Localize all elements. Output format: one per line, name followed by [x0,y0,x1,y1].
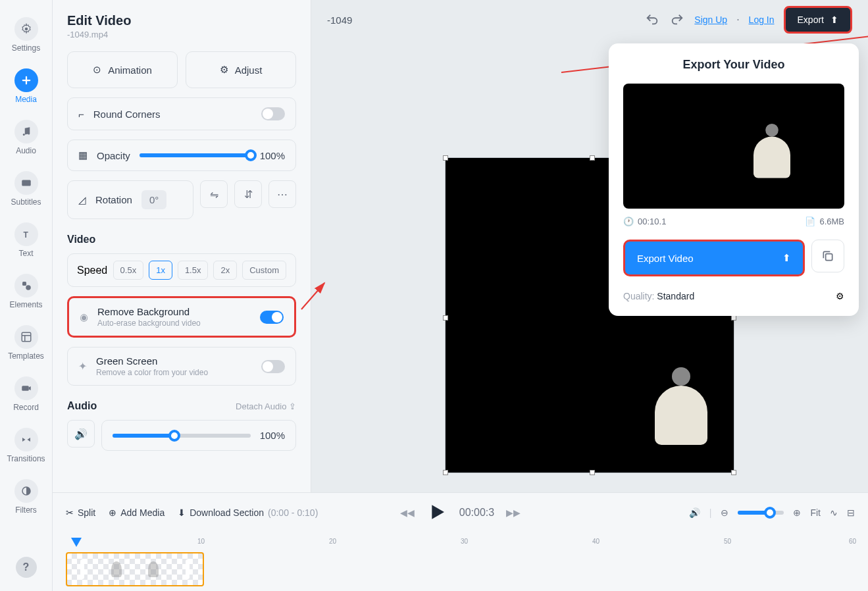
sidebar-item-settings[interactable]: Settings [0,12,52,58]
speed-custom[interactable]: Custom [242,261,286,280]
remove-background-card: ◉ Remove Background Auto-erase backgroun… [67,296,296,338]
undo-button[interactable] [644,12,660,28]
detach-audio-link[interactable]: Detach Audio ⇪ [236,401,296,411]
plus-circle-icon: ⊕ [109,507,116,518]
export-video-button[interactable]: Export Video ⬆ [623,240,805,276]
upload-icon: ⬆ [782,252,791,264]
waveform-icon[interactable]: ∿ [830,507,838,518]
settings-icon[interactable]: ⚙ [836,291,844,301]
left-sidebar: Settings Media Audio Subtitles T Text El… [0,0,53,591]
svg-point-2 [28,133,30,135]
help-button[interactable]: ? [16,557,37,578]
add-media-button[interactable]: ⊕Add Media [109,507,165,518]
speed-label: Speed [77,265,107,276]
upload-icon: ⬆ [830,14,838,25]
svg-text:T: T [23,230,28,240]
export-preview [623,84,844,209]
sidebar-label: Text [18,249,33,258]
clip-handle-right[interactable] [186,559,190,579]
sidebar-item-record[interactable]: Record [0,371,52,417]
zoom-slider[interactable] [738,511,784,515]
sidebar-item-audio[interactable]: Audio [0,115,52,161]
speed-1-5x[interactable]: 1.5x [178,261,209,280]
svg-point-1 [22,134,24,136]
rotation-value[interactable]: 0° [141,190,166,209]
sidebar-item-templates[interactable]: Templates [0,320,52,366]
round-corners-label: Round Corners [93,109,161,120]
mute-button[interactable]: 🔊 [67,420,95,448]
speed-1x[interactable]: 1x [149,261,172,280]
volume-control: 100% [101,420,296,451]
opacity-label: Opacity [97,150,130,161]
more-button[interactable]: ⋯ [268,180,296,208]
sidebar-item-transitions[interactable]: Transitions [0,423,52,469]
sidebar-item-elements[interactable]: Elements [0,269,52,315]
collapse-icon[interactable]: ⊟ [847,507,855,518]
green-screen-toggle[interactable] [261,360,285,373]
speed-2x[interactable]: 2x [213,261,237,280]
fit-button[interactable]: Fit [810,507,821,518]
sidebar-label: Filters [15,505,37,515]
wand-icon: ✦ [78,360,87,373]
speed-control: Speed 0.5x 1x 1.5x 2x Custom [67,253,296,287]
opacity-control: ▦ Opacity 100% [67,140,296,171]
animation-icon: ⊙ [93,64,101,76]
green-screen-title: Green Screen [96,355,208,367]
camera-icon [14,376,38,400]
export-button[interactable]: Export ⬆ [784,6,852,34]
svg-rect-7 [22,332,31,342]
time-display: 00:00:3 [459,507,494,519]
skip-back-button[interactable]: ◀◀ [400,507,415,518]
play-button[interactable] [426,501,447,525]
sidebar-label: Settings [12,43,40,53]
angle-icon: ◿ [78,194,86,206]
project-name[interactable]: -1049 [327,14,352,26]
timeline-panel: ✂Split ⊕Add Media ⬇Download Section (0:0… [53,492,868,591]
volume-slider[interactable] [113,434,251,438]
flip-horizontal-button[interactable]: ⇋ [200,180,228,208]
subtitles-icon [14,171,38,195]
clip-thumb [148,561,159,577]
sidebar-label: Templates [8,351,44,361]
ruler: 10 20 30 40 50 60 [66,538,855,550]
zoom-in-button[interactable]: ⊕ [793,507,801,518]
svg-point-0 [24,28,28,31]
remove-bg-sub: Auto-erase background video [97,319,201,328]
sidebar-label: Elements [9,300,42,309]
download-section-button[interactable]: ⬇Download Section (0:00 - 0:10) [178,507,318,518]
transitions-icon [14,428,38,451]
corner-icon: ⌐ [78,109,84,120]
clip-handle-left[interactable] [80,559,84,579]
speed-0-5x[interactable]: 0.5x [113,261,144,280]
panel-title: Edit Video [67,13,296,28]
skip-forward-button[interactable]: ▶▶ [506,507,521,518]
svg-rect-3 [22,180,31,186]
text-icon: T [14,222,38,246]
copy-link-button[interactable] [811,240,844,272]
remove-bg-toggle[interactable] [260,311,284,324]
adjust-button[interactable]: ⚙ Adjust [186,51,296,88]
sidebar-item-media[interactable]: Media [0,63,52,109]
signup-link[interactable]: Sign Up [694,14,727,25]
volume-icon[interactable]: 🔊 [689,507,700,518]
zoom-out-button[interactable]: ⊖ [721,507,728,518]
playhead[interactable] [71,538,82,547]
sidebar-item-text[interactable]: T Text [0,217,52,263]
rotation-control: ◿ Rotation 0° [67,180,193,219]
split-button[interactable]: ✂Split [66,507,95,518]
flip-vertical-button[interactable]: ⇵ [234,180,262,208]
rotation-label: Rotation [95,194,132,205]
video-subject [648,367,714,459]
video-clip[interactable] [66,552,204,586]
round-corners-toggle[interactable] [261,107,285,120]
half-circle-icon [14,479,38,503]
redo-button[interactable] [669,12,685,28]
green-screen-card: ✦ Green Screen Remove a color from your … [67,347,296,386]
sidebar-item-subtitles[interactable]: Subtitles [0,166,52,212]
sidebar-item-filters[interactable]: Filters [0,474,52,520]
login-link[interactable]: Log In [749,14,775,25]
timeline[interactable]: 10 20 30 40 50 60 [66,538,855,586]
round-corners-control: ⌐ Round Corners [67,97,296,130]
animation-button[interactable]: ⊙ Animation [67,51,178,88]
opacity-slider[interactable] [140,153,251,157]
